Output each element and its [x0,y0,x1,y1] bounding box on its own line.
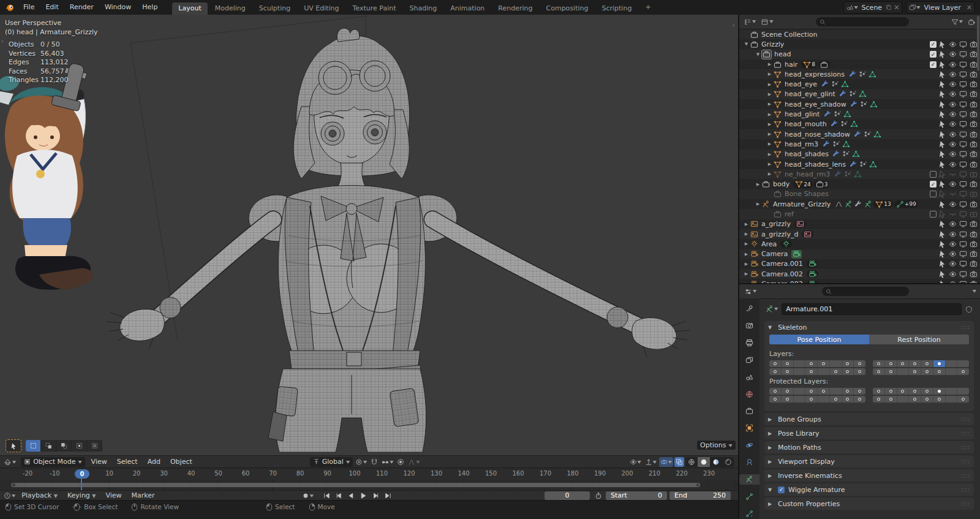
modifier-wrench-icon[interactable] [821,80,829,88]
protected-layer-cell[interactable] [794,388,806,395]
panel-header-motion-paths[interactable]: ▶Motion Paths:::: [764,441,974,453]
disclosure-closed-icon[interactable]: ▶ [743,252,750,257]
protected-layer-cell[interactable] [873,396,885,403]
screen-toggle-icon[interactable] [959,170,968,178]
protected-layer-cell[interactable] [782,388,794,395]
timeline-tracks[interactable] [0,480,738,490]
eye-toggle-icon[interactable] [948,100,957,108]
eye-toggle-icon[interactable] [948,250,957,258]
shading-solid-button[interactable] [698,457,710,467]
protected-layer-cell[interactable] [933,396,946,403]
close-icon[interactable]: ✕ [965,4,972,12]
disclosure-closed-icon[interactable]: ▶ [766,72,773,77]
outliner-row-head-mouth[interactable]: ▶head_mouth [739,119,980,129]
preview-range-icon[interactable] [594,491,603,501]
mesh-data-icon[interactable] [850,120,859,128]
mesh-data-icon[interactable] [870,100,878,108]
disclosure-closed-icon[interactable]: ▶ [743,271,750,276]
timeline-ruler[interactable]: -20-101020304050607080901001101201301401… [0,468,738,480]
layer-cell[interactable] [805,368,818,375]
layer-cell[interactable] [921,368,933,375]
pointer-toggle-icon[interactable] [938,250,947,258]
disclosure-closed-icon[interactable]: ▶ [766,112,773,117]
pointer-toggle-icon[interactable] [938,161,947,169]
armature-data-selector[interactable]: ▼ [764,305,779,314]
screen-toggle-icon[interactable] [959,50,968,58]
new-collection-button[interactable] [967,17,977,27]
layer-cell[interactable] [794,360,806,367]
photocam-toggle-icon[interactable] [969,131,978,138]
eye-toggle-icon[interactable] [948,61,957,69]
protected-layer-cell[interactable] [818,396,830,403]
photocam-toggle-icon[interactable] [969,180,978,188]
layer-cell[interactable] [957,360,969,367]
eye-toggle-icon[interactable] [948,70,957,78]
gizmos-button[interactable]: ▼ [644,457,658,467]
eye-toggle-icon[interactable] [948,140,957,148]
protected-layer-cell[interactable] [946,388,958,395]
outliner-row-bone-shapes[interactable]: Bone Shapes [739,189,980,199]
frame-end-field[interactable]: End250 [669,491,731,500]
vertex-groups-icon[interactable] [859,161,868,169]
pointer-toggle-icon[interactable] [938,270,947,278]
layer-cell[interactable] [818,360,830,367]
disclosure-open-icon[interactable]: ▼ [755,52,761,57]
screen-toggle-icon[interactable] [959,120,968,128]
properties-tab-constraints[interactable] [739,457,760,468]
wiggle-armature-checkbox[interactable]: ✓ [778,487,785,493]
protected-layer-cell[interactable] [769,388,782,395]
eye-toggle-icon[interactable] [948,80,957,88]
outliner-row-head-eye-shadow[interactable]: ▶head_eye_shadow [739,99,980,109]
mesh-data-icon[interactable] [852,150,861,158]
screen-toggle-icon[interactable] [959,230,968,238]
screen-toggle-icon[interactable] [959,80,968,88]
editor-type-button[interactable]: ▼ [2,457,17,467]
outliner-row-ref[interactable]: ref [739,209,980,219]
screen-toggle-icon[interactable] [959,131,968,138]
outliner-row-head[interactable]: ▼head✓ [739,50,980,59]
close-icon[interactable]: ✕ [892,4,899,12]
outliner-row-a-grizzly[interactable]: ▶a_grizzly [739,219,980,229]
properties-tab-output[interactable] [739,338,760,348]
vertex-groups-icon[interactable] [864,131,872,138]
vertex-groups-icon[interactable] [832,140,840,148]
auto-keying-button[interactable]: ▼ [301,491,315,501]
pose-position-button[interactable]: Pose Position [769,335,869,344]
outliner-row-head-expressions[interactable]: ▶head_expressions [739,69,980,79]
screen-toggle-icon[interactable] [959,70,968,78]
photocam-toggle-icon[interactable] [969,80,978,88]
protected-layer-cell[interactable] [957,396,969,403]
pointer-o-toggle-icon[interactable] [938,190,947,198]
layer-cell[interactable] [957,368,969,375]
pose-icon[interactable] [864,200,872,208]
screen-toggle-icon[interactable] [959,210,968,218]
snap-magnet-icon[interactable] [369,457,379,467]
armature-name-field[interactable]: Armature.001 [782,303,962,315]
panel-header-inverse-kinematics[interactable]: ▶Inverse Kinematics:::: [764,469,974,482]
outliner-row-ne-head-rm3[interactable]: ▶ne_head_rm3 [739,169,980,179]
vertex-groups-icon[interactable] [833,110,842,118]
protected-layer-cell[interactable] [873,388,885,395]
outliner-row-body[interactable]: ▶body243✓ [739,179,980,189]
jump-next-keyframe-button[interactable] [370,491,381,500]
proportional-editing-icon[interactable] [396,457,405,467]
disclosure-closed-icon[interactable]: ▶ [766,172,773,176]
modifier-wrench-icon[interactable] [823,110,832,118]
eye-toggle-icon[interactable] [948,131,957,138]
layer-cell[interactable] [842,360,854,367]
properties-tab-bone[interactable] [739,491,760,502]
timeline-menu-keying[interactable]: Keying ▼ [62,491,101,499]
pointer-o-toggle-icon[interactable] [938,170,947,178]
outliner-display-mode-button[interactable]: ▼ [742,17,757,27]
properties-tab-tool[interactable] [739,303,760,314]
protected-layer-cell[interactable] [946,396,958,403]
pointer-toggle-icon[interactable] [938,61,947,69]
protected-layer-cell[interactable] [854,396,865,403]
workspace-tab-uv-editing[interactable]: UV Editing [298,2,345,15]
properties-tab-view-layer[interactable] [739,355,760,365]
jump-to-start-button[interactable] [321,491,332,500]
eye-toggle-icon[interactable] [948,50,957,58]
outliner-row-scene-collection[interactable]: Scene Collection [739,29,980,39]
shading-rendered-button[interactable] [722,457,734,467]
protected-layer-cell[interactable] [897,396,910,403]
